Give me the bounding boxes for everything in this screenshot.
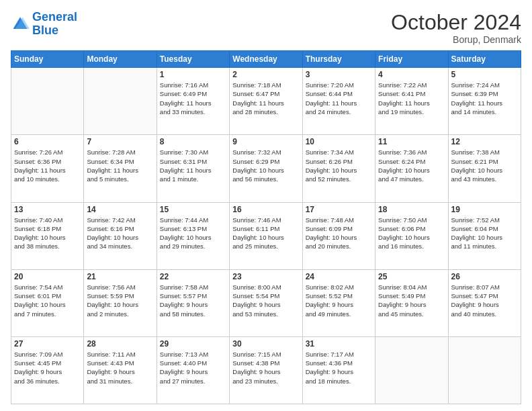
day-number: 27 xyxy=(14,339,81,349)
calendar-cell: 12Sunrise: 7:38 AM Sunset: 6:21 PM Dayli… xyxy=(448,135,521,202)
calendar-week-5: 27Sunrise: 7:09 AM Sunset: 4:45 PM Dayli… xyxy=(11,336,521,404)
calendar-cell: 16Sunrise: 7:46 AM Sunset: 6:11 PM Dayli… xyxy=(230,202,302,269)
calendar-header-tuesday: Tuesday xyxy=(157,51,229,68)
calendar-cell: 10Sunrise: 7:34 AM Sunset: 6:26 PM Dayli… xyxy=(302,135,375,202)
calendar-cell: 5Sunrise: 7:24 AM Sunset: 6:39 PM Daylig… xyxy=(448,68,521,135)
day-number: 11 xyxy=(378,137,445,146)
day-number: 30 xyxy=(232,339,299,349)
calendar-cell: 26Sunrise: 8:07 AM Sunset: 5:47 PM Dayli… xyxy=(448,269,521,336)
logo-icon xyxy=(11,15,30,34)
calendar-cell xyxy=(448,336,521,404)
sun-info: Sunrise: 7:52 AM Sunset: 6:04 PM Dayligh… xyxy=(451,216,518,251)
day-number: 14 xyxy=(87,205,153,214)
calendar-table: SundayMondayTuesdayWednesdayThursdayFrid… xyxy=(11,50,521,404)
sun-info: Sunrise: 7:26 AM Sunset: 6:36 PM Dayligh… xyxy=(14,148,81,183)
calendar-header-friday: Friday xyxy=(375,51,448,68)
sun-info: Sunrise: 7:16 AM Sunset: 6:49 PM Dayligh… xyxy=(160,81,226,116)
day-number: 25 xyxy=(378,272,445,281)
calendar-cell: 25Sunrise: 8:04 AM Sunset: 5:49 PM Dayli… xyxy=(375,269,448,336)
day-number: 16 xyxy=(232,205,299,214)
calendar-header-sunday: Sunday xyxy=(11,51,84,68)
calendar-cell: 3Sunrise: 7:20 AM Sunset: 6:44 PM Daylig… xyxy=(302,68,375,135)
calendar-cell: 23Sunrise: 8:00 AM Sunset: 5:54 PM Dayli… xyxy=(230,269,302,336)
sun-info: Sunrise: 7:40 AM Sunset: 6:18 PM Dayligh… xyxy=(14,216,81,251)
logo-line1: General xyxy=(32,10,77,24)
day-number: 24 xyxy=(306,272,372,281)
day-number: 28 xyxy=(87,339,153,349)
day-number: 19 xyxy=(451,205,518,214)
month-title: October 2024 xyxy=(391,11,521,34)
calendar-cell: 29Sunrise: 7:13 AM Sunset: 4:40 PM Dayli… xyxy=(157,336,229,404)
sun-info: Sunrise: 7:42 AM Sunset: 6:16 PM Dayligh… xyxy=(87,216,153,251)
day-number: 12 xyxy=(451,137,518,146)
day-number: 13 xyxy=(14,205,81,214)
sun-info: Sunrise: 7:22 AM Sunset: 6:41 PM Dayligh… xyxy=(378,81,445,116)
page: General Blue October 2024 Borup, Denmark… xyxy=(0,0,532,411)
calendar-cell xyxy=(375,336,448,404)
calendar-week-2: 6Sunrise: 7:26 AM Sunset: 6:36 PM Daylig… xyxy=(11,135,521,202)
calendar-cell: 15Sunrise: 7:44 AM Sunset: 6:13 PM Dayli… xyxy=(157,202,229,269)
sun-info: Sunrise: 7:56 AM Sunset: 5:59 PM Dayligh… xyxy=(87,283,153,318)
day-number: 8 xyxy=(160,137,226,146)
day-number: 4 xyxy=(378,70,445,79)
day-number: 17 xyxy=(306,205,372,214)
calendar-cell: 19Sunrise: 7:52 AM Sunset: 6:04 PM Dayli… xyxy=(448,202,521,269)
calendar-cell: 22Sunrise: 7:58 AM Sunset: 5:57 PM Dayli… xyxy=(157,269,229,336)
calendar-header-saturday: Saturday xyxy=(448,51,521,68)
sun-info: Sunrise: 7:50 AM Sunset: 6:06 PM Dayligh… xyxy=(378,216,445,251)
sun-info: Sunrise: 8:00 AM Sunset: 5:54 PM Dayligh… xyxy=(232,283,299,318)
sun-info: Sunrise: 7:34 AM Sunset: 6:26 PM Dayligh… xyxy=(306,148,372,183)
sun-info: Sunrise: 7:58 AM Sunset: 5:57 PM Dayligh… xyxy=(160,283,226,318)
day-number: 29 xyxy=(160,339,226,349)
day-number: 31 xyxy=(306,339,372,349)
calendar-cell: 24Sunrise: 8:02 AM Sunset: 5:52 PM Dayli… xyxy=(302,269,375,336)
sun-info: Sunrise: 8:07 AM Sunset: 5:47 PM Dayligh… xyxy=(451,283,518,318)
sun-info: Sunrise: 7:44 AM Sunset: 6:13 PM Dayligh… xyxy=(160,216,226,251)
sun-info: Sunrise: 7:54 AM Sunset: 6:01 PM Dayligh… xyxy=(14,283,81,318)
sun-info: Sunrise: 7:15 AM Sunset: 4:38 PM Dayligh… xyxy=(232,350,299,385)
day-number: 1 xyxy=(160,70,226,79)
calendar-week-3: 13Sunrise: 7:40 AM Sunset: 6:18 PM Dayli… xyxy=(11,202,521,269)
calendar-cell: 27Sunrise: 7:09 AM Sunset: 4:45 PM Dayli… xyxy=(11,336,84,404)
calendar-cell: 9Sunrise: 7:32 AM Sunset: 6:29 PM Daylig… xyxy=(230,135,302,202)
sun-info: Sunrise: 8:04 AM Sunset: 5:49 PM Dayligh… xyxy=(378,283,445,318)
calendar-cell: 11Sunrise: 7:36 AM Sunset: 6:24 PM Dayli… xyxy=(375,135,448,202)
location: Borup, Denmark xyxy=(391,34,521,45)
logo-text: General Blue xyxy=(32,11,77,38)
sun-info: Sunrise: 7:24 AM Sunset: 6:39 PM Dayligh… xyxy=(451,81,518,116)
sun-info: Sunrise: 7:11 AM Sunset: 4:43 PM Dayligh… xyxy=(87,350,153,385)
calendar-header-wednesday: Wednesday xyxy=(230,51,302,68)
calendar-cell: 18Sunrise: 7:50 AM Sunset: 6:06 PM Dayli… xyxy=(375,202,448,269)
calendar-week-4: 20Sunrise: 7:54 AM Sunset: 6:01 PM Dayli… xyxy=(11,269,521,336)
calendar-cell: 8Sunrise: 7:30 AM Sunset: 6:31 PM Daylig… xyxy=(157,135,229,202)
calendar-cell: 13Sunrise: 7:40 AM Sunset: 6:18 PM Dayli… xyxy=(11,202,84,269)
sun-info: Sunrise: 7:09 AM Sunset: 4:45 PM Dayligh… xyxy=(14,350,81,385)
title-block: October 2024 Borup, Denmark xyxy=(391,11,521,45)
day-number: 22 xyxy=(160,272,226,281)
day-number: 26 xyxy=(451,272,518,281)
sun-info: Sunrise: 7:13 AM Sunset: 4:40 PM Dayligh… xyxy=(160,350,226,385)
day-number: 7 xyxy=(87,137,153,146)
sun-info: Sunrise: 7:18 AM Sunset: 6:47 PM Dayligh… xyxy=(232,81,299,116)
calendar-cell: 1Sunrise: 7:16 AM Sunset: 6:49 PM Daylig… xyxy=(157,68,229,135)
day-number: 2 xyxy=(232,70,299,79)
sun-info: Sunrise: 7:46 AM Sunset: 6:11 PM Dayligh… xyxy=(232,216,299,251)
sun-info: Sunrise: 7:28 AM Sunset: 6:34 PM Dayligh… xyxy=(87,148,153,183)
logo: General Blue xyxy=(11,11,77,38)
calendar-header-row: SundayMondayTuesdayWednesdayThursdayFrid… xyxy=(11,51,521,68)
calendar-cell: 28Sunrise: 7:11 AM Sunset: 4:43 PM Dayli… xyxy=(84,336,157,404)
sun-info: Sunrise: 7:20 AM Sunset: 6:44 PM Dayligh… xyxy=(306,81,372,116)
sun-info: Sunrise: 7:38 AM Sunset: 6:21 PM Dayligh… xyxy=(451,148,518,183)
header: General Blue October 2024 Borup, Denmark xyxy=(11,11,521,45)
sun-info: Sunrise: 8:02 AM Sunset: 5:52 PM Dayligh… xyxy=(306,283,372,318)
day-number: 21 xyxy=(87,272,153,281)
day-number: 10 xyxy=(306,137,372,146)
calendar-cell: 31Sunrise: 7:17 AM Sunset: 4:36 PM Dayli… xyxy=(302,336,375,404)
calendar-cell: 4Sunrise: 7:22 AM Sunset: 6:41 PM Daylig… xyxy=(375,68,448,135)
sun-info: Sunrise: 7:48 AM Sunset: 6:09 PM Dayligh… xyxy=(306,216,372,251)
day-number: 15 xyxy=(160,205,226,214)
calendar-cell: 17Sunrise: 7:48 AM Sunset: 6:09 PM Dayli… xyxy=(302,202,375,269)
calendar-header-thursday: Thursday xyxy=(302,51,375,68)
calendar-cell: 30Sunrise: 7:15 AM Sunset: 4:38 PM Dayli… xyxy=(230,336,302,404)
calendar-header-monday: Monday xyxy=(84,51,157,68)
